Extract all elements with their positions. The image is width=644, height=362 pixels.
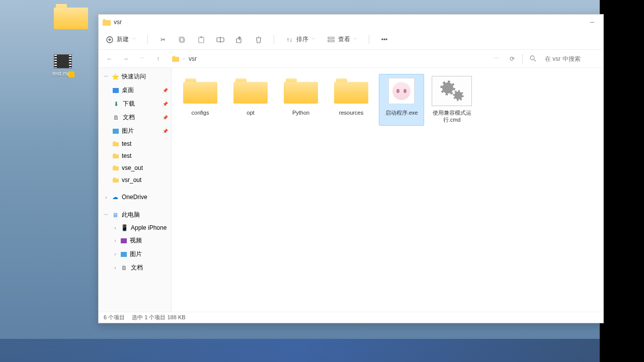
sidebar-documents2[interactable]: ›🗎文档 (99, 261, 171, 275)
desktop-folder-vsr[interactable]: vsr (45, 4, 80, 26)
view-label: 查看 (338, 35, 350, 44)
paste-button[interactable] (197, 36, 205, 44)
folder-resources[interactable]: resources (329, 74, 374, 126)
separator (369, 35, 369, 44)
copy-icon (178, 36, 186, 44)
rename-button[interactable] (216, 36, 224, 44)
folder-icon (103, 19, 111, 26)
view-icon (327, 36, 335, 44)
sidebar-label: 此电脑 (122, 211, 140, 219)
up-button[interactable]: ↑ (152, 53, 164, 65)
file-compat-cmd[interactable]: 使用兼容模式运行.cmd (429, 74, 474, 126)
toolbar: 新建 ﹀ ✂ ↑↓ 排序 ﹀ 查看 ﹀ ••• (99, 30, 603, 50)
rename-icon (216, 36, 224, 44)
sidebar-onedrive[interactable]: ›☁OneDrive (99, 191, 171, 203)
file-pane[interactable]: configs opt Python resources 启动程序.exe 使用… (172, 68, 603, 312)
sidebar-label: vsr_out (122, 176, 141, 184)
sidebar-pictures[interactable]: 图片📌 (99, 124, 171, 138)
scissors-icon: ✂ (159, 36, 167, 44)
exe-icon (388, 78, 415, 104)
sidebar-thispc[interactable]: ﹀🖥此电脑 (99, 208, 171, 222)
sidebar-label: 桌面 (122, 86, 134, 95)
status-count: 6 个项目 (104, 314, 125, 321)
forward-button[interactable]: → (120, 53, 132, 65)
window-title: vsr (114, 19, 122, 26)
desktop-video-label: test.mp4 (45, 70, 80, 76)
folder-icon (113, 177, 119, 183)
share-button[interactable] (235, 36, 244, 44)
sidebar-folder-test2[interactable]: test (99, 150, 171, 162)
breadcrumb[interactable]: vsr (189, 55, 197, 62)
sort-icon: ↑↓ (285, 36, 293, 44)
svg-point-9 (530, 56, 534, 60)
sidebar-desktop[interactable]: 桌面📌 (99, 83, 171, 97)
folder-python[interactable]: Python (278, 74, 324, 126)
desktop-video-test[interactable]: test.mp4 (45, 54, 80, 76)
sidebar-folder-vsrout[interactable]: vsr_out (99, 174, 171, 186)
chevron-down-icon: ﹀ (132, 36, 136, 43)
pin-icon: 📌 (163, 129, 168, 134)
taskbar[interactable] (0, 339, 600, 362)
folder-icon (113, 141, 119, 146)
sidebar-documents[interactable]: 🗎文档📌 (99, 111, 171, 124)
svg-rect-8 (328, 40, 334, 42)
refresh-button[interactable]: ⟳ (506, 53, 518, 65)
sidebar-folder-vseout[interactable]: vse_out (99, 162, 171, 174)
separator (147, 35, 148, 44)
phone-icon: 📱 (121, 224, 128, 231)
svg-rect-2 (179, 37, 183, 41)
sidebar-iphone[interactable]: ›📱Apple iPhone (99, 222, 171, 234)
separator (522, 54, 523, 63)
sidebar-downloads[interactable]: ⬇下载📌 (99, 97, 171, 111)
minimize-button[interactable]: ─ (587, 19, 597, 26)
folder-icon (183, 78, 217, 104)
address-bar[interactable]: › vsr (168, 55, 486, 62)
new-button[interactable]: 新建 ﹀ (106, 35, 136, 44)
svg-rect-6 (236, 39, 241, 43)
sidebar-pictures2[interactable]: ›图片 (99, 247, 171, 261)
folder-configs[interactable]: configs (178, 74, 223, 126)
address-row: ← → ﹀ ↑ › vsr ﹀ ⟳ (99, 50, 603, 68)
delete-button[interactable] (255, 36, 263, 44)
copy-button[interactable] (178, 36, 186, 44)
sidebar-quick-access[interactable]: ﹀⭐快速访问 (99, 70, 171, 83)
svg-rect-7 (328, 37, 334, 39)
cut-button[interactable]: ✂ (159, 36, 167, 44)
sidebar-label: test (122, 152, 131, 159)
recent-dropdown[interactable]: ﹀ (136, 53, 148, 65)
folder-icon (113, 165, 119, 170)
pin-icon: 📌 (163, 115, 168, 120)
cloud-icon: ☁ (112, 194, 119, 201)
folder-opt[interactable]: opt (228, 74, 273, 126)
sidebar-folder-test1[interactable]: test (99, 138, 171, 150)
explorer-window: vsr ─ 新建 ﹀ ✂ ↑↓ 排序 ﹀ 查看 ﹀ ••• ← (98, 14, 604, 323)
status-selection: 选中 1 个项目 188 KB (132, 314, 185, 321)
sidebar-label: Apple iPhone (131, 224, 167, 231)
sidebar-video[interactable]: ›视频 (99, 234, 171, 247)
folder-icon (54, 4, 72, 18)
addr-dropdown[interactable]: ﹀ (490, 53, 502, 65)
file-label: configs (180, 109, 221, 116)
file-label: Python (280, 109, 321, 116)
more-button[interactable]: ••• (380, 36, 388, 44)
pc-icon: 🖥 (112, 212, 119, 219)
sidebar-label: 文档 (131, 263, 143, 272)
chevron-right-icon: › (183, 56, 185, 61)
status-bar: 6 个项目 选中 1 个项目 188 KB (99, 312, 603, 323)
ellipsis-icon: ••• (380, 36, 388, 44)
search-input[interactable] (543, 55, 598, 62)
download-icon: ⬇ (113, 101, 120, 108)
chevron-down-icon: ﹀ (311, 36, 316, 43)
file-launcher-exe[interactable]: 启动程序.exe (379, 74, 424, 126)
file-label: opt (230, 109, 271, 116)
folder-icon (172, 56, 179, 62)
share-icon (235, 36, 244, 44)
sidebar[interactable]: ﹀⭐快速访问 桌面📌 ⬇下载📌 🗎文档📌 图片📌 test test vse_o… (99, 68, 172, 312)
titlebar[interactable]: vsr ─ (99, 15, 603, 30)
back-button[interactable]: ← (104, 53, 116, 65)
view-button[interactable]: 查看 ﹀ (327, 35, 358, 44)
sort-button[interactable]: ↑↓ 排序 ﹀ (285, 35, 316, 44)
new-icon (106, 36, 114, 44)
folder-icon (284, 78, 318, 104)
folder-icon (113, 153, 119, 158)
